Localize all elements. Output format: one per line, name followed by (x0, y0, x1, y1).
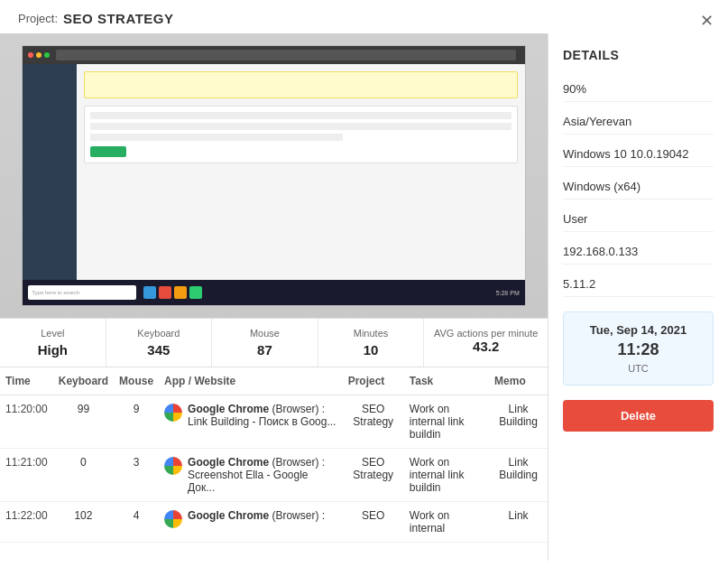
cell-project: SEO (343, 502, 404, 543)
table-row: 11:21:00 0 3 Google Chrome (Browser) : S… (0, 449, 548, 502)
mockup-clock: 5:28 PM (496, 290, 520, 296)
cell-memo: Link Building (489, 449, 548, 502)
stat-minutes: Minutes 10 (318, 319, 425, 367)
cell-mouse: 4 (114, 502, 159, 543)
delete-button[interactable]: Delete (563, 400, 714, 432)
project-name: SEO STRATEGY (63, 11, 173, 26)
stat-level-value: High (7, 342, 98, 358)
stat-minutes-label: Minutes (326, 328, 417, 339)
time-text: 11:28 (575, 340, 702, 359)
left-panel: Type here to search 5:28 PM Lev (0, 33, 548, 561)
cell-task: Work on internal link buildin (404, 449, 489, 502)
url-bar (56, 50, 515, 60)
activity-table: Time Keyboard Mouse App / Website Projec… (0, 367, 548, 543)
cell-keyboard: 99 (53, 395, 114, 449)
detail-ip: 192.168.0.133 (563, 239, 714, 265)
mockup-form-btn (90, 146, 126, 157)
taskbar-icon-1 (143, 286, 156, 299)
details-title: DETAILS (563, 48, 714, 62)
table-area[interactable]: Time Keyboard Mouse App / Website Projec… (0, 367, 548, 561)
mockup-topbar (23, 46, 524, 64)
project-label: Project: (18, 12, 58, 25)
stat-keyboard: Keyboard 345 (106, 319, 213, 367)
stat-avg: AVG actions per minute 43.2 (424, 319, 548, 367)
chrome-icon (164, 457, 182, 475)
cell-time: 11:20:00 (0, 395, 53, 449)
close-button[interactable]: ✕ (700, 11, 714, 31)
header-row: Time Keyboard Mouse App / Website Projec… (0, 367, 548, 395)
app-cell: Google Chrome (Browser) : (164, 509, 337, 528)
utc-text: UTC (575, 363, 702, 374)
stat-keyboard-value: 345 (114, 342, 205, 358)
app-text: Google Chrome (Browser) : Screenshot Ell… (188, 456, 337, 494)
app-text: Google Chrome (Browser) : (188, 509, 325, 522)
screenshot-inner: Type here to search 5:28 PM (0, 33, 548, 318)
detail-percent: 90% (563, 77, 714, 102)
cell-task: Work on internal (404, 502, 489, 543)
cell-keyboard: 0 (53, 449, 114, 502)
stat-level: Level High (0, 319, 106, 367)
dot-green (44, 52, 50, 58)
col-memo: Memo (489, 367, 548, 395)
dot-red (28, 52, 33, 58)
mockup-form-row-1 (90, 112, 511, 119)
detail-user: User (563, 207, 714, 232)
taskbar-icon-3 (174, 286, 187, 299)
taskbar-search-text: Type here to search (32, 290, 79, 295)
stats-bar: Level High Keyboard 345 Mouse 87 Minutes… (0, 318, 548, 367)
cell-keyboard: 102 (53, 502, 114, 543)
col-app: App / Website (159, 367, 343, 395)
cell-mouse: 9 (114, 395, 159, 449)
mockup-content (77, 64, 524, 306)
stat-level-label: Level (7, 328, 98, 339)
detail-arch: Windows (x64) (563, 174, 714, 200)
col-keyboard: Keyboard (53, 367, 114, 395)
header: Project: SEO STRATEGY (0, 0, 728, 33)
right-panel: DETAILS 90% Asia/Yerevan Windows 10 10.0… (548, 33, 728, 561)
detail-timezone: Asia/Yerevan (563, 109, 714, 135)
table-row: 11:22:00 102 4 Google Chrome (Browser) :… (0, 502, 548, 543)
app-type: (Browser) : (272, 509, 325, 522)
stat-mouse: Mouse 87 (212, 319, 318, 367)
screenshot-mockup: Type here to search 5:28 PM (22, 45, 525, 307)
table-body: 11:20:00 99 9 Google Chrome (Browser) : … (0, 395, 548, 543)
dot-yellow (36, 52, 41, 58)
cell-app: Google Chrome (Browser) : Link Building … (159, 395, 343, 449)
taskbar-icon-4 (189, 286, 202, 299)
cell-mouse: 3 (114, 449, 159, 502)
mockup-form-row-2 (90, 123, 511, 130)
mockup-form (84, 106, 517, 163)
cell-app: Google Chrome (Browser) : (159, 502, 343, 543)
date-box: Tue, Sep 14, 2021 11:28 UTC (563, 311, 714, 386)
table-row: 11:20:00 99 9 Google Chrome (Browser) : … (0, 395, 548, 449)
mockup-taskbar-search: Type here to search (28, 285, 136, 300)
taskbar-icon-2 (159, 286, 171, 299)
col-project: Project (343, 367, 404, 395)
cell-memo: Link Building (489, 395, 548, 449)
date-text: Tue, Sep 14, 2021 (575, 323, 702, 337)
detail-version: 5.11.2 (563, 272, 714, 297)
screenshot-area: Type here to search 5:28 PM (0, 33, 548, 318)
app-cell: Google Chrome (Browser) : Screenshot Ell… (164, 456, 337, 494)
stat-minutes-value: 10 (326, 342, 417, 358)
stat-avg-value: 43.2 (431, 339, 540, 354)
cell-task: Work on internal link buildin (404, 395, 489, 449)
cell-memo: Link (489, 502, 548, 543)
app-text: Google Chrome (Browser) : Link Building … (188, 403, 337, 428)
app-cell: Google Chrome (Browser) : Link Building … (164, 403, 337, 428)
chrome-icon (164, 510, 182, 528)
mockup-sidebar (23, 64, 77, 306)
detail-os: Windows 10 10.0.19042 (563, 142, 714, 167)
mockup-taskbar: Type here to search 5:28 PM (23, 280, 524, 305)
col-task: Task (404, 367, 489, 395)
mockup-content-header (84, 71, 517, 98)
col-mouse: Mouse (114, 367, 159, 395)
cell-time: 11:22:00 (0, 502, 53, 543)
cell-app: Google Chrome (Browser) : Screenshot Ell… (159, 449, 343, 502)
cell-project: SEO Strategy (343, 395, 404, 449)
table-header: Time Keyboard Mouse App / Website Projec… (0, 367, 548, 395)
cell-time: 11:21:00 (0, 449, 53, 502)
app-name: Google Chrome (188, 403, 269, 415)
cell-project: SEO Strategy (343, 449, 404, 502)
stat-mouse-label: Mouse (219, 328, 310, 339)
